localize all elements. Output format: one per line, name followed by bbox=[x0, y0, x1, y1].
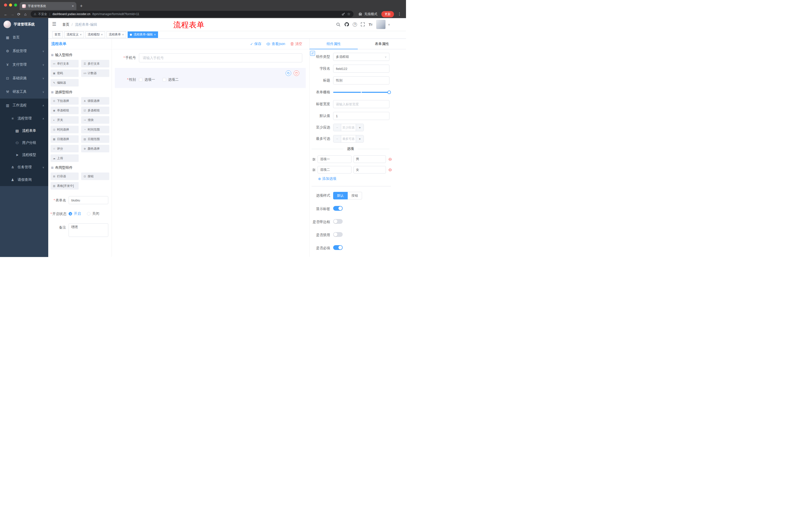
palette-item-rate[interactable]: ☆评分 bbox=[51, 145, 79, 153]
avatar-caret-icon[interactable]: ∨ bbox=[388, 23, 390, 26]
required-toggle[interactable] bbox=[333, 245, 343, 250]
view-json-button[interactable]: 查看json bbox=[266, 42, 285, 46]
checkbox-option-1[interactable]: 选项一 bbox=[139, 77, 155, 82]
sidebar-item-process-form[interactable]: ▤ 流程表单 bbox=[0, 125, 48, 137]
copy-field-button[interactable] bbox=[286, 71, 291, 76]
sidebar-item-task-mgmt[interactable]: ⋔ 任务管理 ∨ bbox=[0, 161, 48, 173]
link-icon[interactable] bbox=[310, 51, 315, 56]
add-option-button[interactable]: ⊕ 添加选项 bbox=[318, 177, 389, 181]
grid-slider[interactable] bbox=[333, 88, 389, 96]
sidebar-item-leave-query[interactable]: ♟ 请假查询 bbox=[0, 173, 48, 186]
palette-item-cascader[interactable]: ⋔级联选择 bbox=[81, 97, 109, 105]
component-type-select[interactable]: 多选框组 ∨ bbox=[333, 53, 389, 61]
search-icon[interactable] bbox=[336, 22, 341, 27]
phone-field-row[interactable]: *手机号 bbox=[115, 53, 302, 62]
palette-item-row-container[interactable]: ⊞行容器 bbox=[51, 172, 79, 180]
palette-item-table[interactable]: ▥表格[开发中] bbox=[51, 182, 79, 190]
checkbox-box[interactable] bbox=[139, 78, 142, 81]
palette-item-time-range[interactable]: ◔时间范围 bbox=[81, 126, 109, 133]
minimize-window-button[interactable] bbox=[9, 3, 12, 6]
maximize-window-button[interactable] bbox=[14, 3, 17, 6]
palette-item-upload[interactable]: ☁上传 bbox=[51, 154, 79, 162]
palette-item-time-picker[interactable]: ◷时间选择 bbox=[51, 126, 79, 133]
sidebar-item-process-mgmt[interactable]: ≡ 流程管理 ∧ bbox=[0, 112, 48, 125]
tab-close-icon[interactable]: × bbox=[72, 4, 74, 8]
palette-item-button[interactable]: ⊡按钮 bbox=[81, 172, 109, 180]
option-value-input[interactable] bbox=[353, 155, 386, 163]
palette-item-textarea[interactable]: ☰多行文本 bbox=[81, 60, 109, 67]
title-input[interactable] bbox=[333, 77, 389, 84]
browser-menu-icon[interactable]: ⋮ bbox=[398, 12, 402, 16]
checkbox-option-2[interactable]: 选项二 bbox=[163, 77, 179, 82]
tag-process-form-edit[interactable]: 流程表单-编辑 × bbox=[127, 31, 158, 38]
radio-closed[interactable]: 关闭 bbox=[87, 212, 99, 216]
clear-button[interactable]: 清空 bbox=[290, 42, 302, 46]
drag-handle-icon[interactable] bbox=[312, 157, 316, 161]
style-default-button[interactable]: 默认 bbox=[333, 192, 348, 199]
drag-handle-icon[interactable] bbox=[312, 168, 316, 172]
fullscreen-icon[interactable] bbox=[360, 22, 365, 27]
home-icon[interactable]: ⌂ bbox=[22, 12, 29, 16]
max-select-placeholder[interactable]: 最多可选 bbox=[341, 135, 356, 142]
plus-button[interactable]: + bbox=[356, 135, 364, 142]
tag-process-form[interactable]: 流程表单 × bbox=[107, 31, 126, 38]
remove-option-icon[interactable]: ⊖ bbox=[388, 157, 392, 161]
tag-close-icon[interactable]: × bbox=[122, 33, 124, 36]
key-icon[interactable] bbox=[342, 12, 345, 16]
save-button[interactable]: ✓ 保存 bbox=[250, 42, 262, 46]
radio-open[interactable]: 开启 bbox=[68, 212, 81, 216]
palette-item-color-picker[interactable]: ⊛颜色选择 bbox=[81, 145, 109, 153]
sidebar-item-payment-mgmt[interactable]: ¥ 支付管理 ∨ bbox=[0, 58, 48, 72]
palette-item-date-range[interactable]: ▤日期范围 bbox=[81, 135, 109, 143]
palette-item-select[interactable]: ⊙下拉选择 bbox=[51, 97, 79, 105]
option-label-input[interactable] bbox=[318, 155, 351, 163]
palette-item-counter[interactable]: 123计数器 bbox=[81, 70, 109, 77]
font-size-icon[interactable]: TT bbox=[369, 23, 372, 26]
phone-input[interactable] bbox=[139, 53, 302, 62]
address-bar[interactable]: ⚠ 不安全 | dashboard.yudao.iocoder.cn/bpm/m… bbox=[31, 11, 353, 17]
show-label-toggle[interactable] bbox=[333, 206, 343, 211]
sidebar-item-infrastructure[interactable]: ⊡ 基础设施 ∨ bbox=[0, 72, 48, 85]
palette-item-switch[interactable]: ◐开关 bbox=[51, 116, 79, 124]
palette-item-radio-group[interactable]: ◉单选框组 bbox=[51, 107, 79, 114]
sidebar-item-system-mgmt[interactable]: ⚙ 系统管理 ∨ bbox=[0, 44, 48, 58]
close-window-button[interactable] bbox=[4, 3, 7, 6]
delete-field-button[interactable] bbox=[294, 71, 299, 76]
disabled-toggle[interactable] bbox=[333, 232, 343, 237]
option-value-input[interactable] bbox=[353, 166, 386, 173]
palette-item-editor[interactable]: ✎编辑器 bbox=[51, 79, 79, 86]
min-select-placeholder[interactable]: 至少应选 bbox=[341, 124, 356, 131]
checkbox-box[interactable] bbox=[163, 78, 166, 81]
sidebar-item-user-group[interactable]: ⚇ 用户分组 bbox=[0, 137, 48, 149]
sidebar-toggle-icon[interactable]: ☰ bbox=[52, 22, 56, 26]
form-name-input[interactable] bbox=[68, 196, 108, 204]
palette-item-date-picker[interactable]: ▦日期选择 bbox=[51, 135, 79, 143]
slider-handle[interactable] bbox=[387, 90, 391, 94]
new-tab-button[interactable]: + bbox=[80, 3, 83, 8]
style-button-button[interactable]: 按钮 bbox=[348, 192, 362, 199]
border-toggle[interactable] bbox=[333, 219, 343, 224]
tag-close-icon[interactable]: × bbox=[80, 33, 82, 36]
bookmark-star-icon[interactable]: ☆ bbox=[347, 12, 350, 16]
app-logo[interactable]: 芋道管理系统 bbox=[0, 18, 48, 31]
tag-home[interactable]: 首页 bbox=[52, 31, 63, 38]
palette-item-checkbox-group[interactable]: ☑多选框组 bbox=[81, 107, 109, 114]
palette-item-password[interactable]: ▣密码 bbox=[51, 70, 79, 77]
tag-close-icon[interactable]: × bbox=[154, 33, 156, 36]
help-icon[interactable]: ? bbox=[353, 22, 357, 27]
gender-field-selected[interactable]: *性别 选项一 选项二 bbox=[115, 68, 306, 88]
remove-option-icon[interactable]: ⊖ bbox=[388, 168, 392, 172]
update-button[interactable]: 更新 bbox=[381, 11, 394, 17]
palette-item-single-text[interactable]: ▭单行文本 bbox=[51, 60, 79, 67]
sidebar-item-workflow[interactable]: ▥ 工作流程 ∧ bbox=[0, 99, 48, 112]
minus-button[interactable]: − bbox=[334, 135, 341, 142]
tag-process-definition[interactable]: 流程定义 × bbox=[64, 31, 84, 38]
breadcrumb-home[interactable]: 首页 bbox=[62, 22, 69, 27]
forward-icon[interactable]: → bbox=[9, 12, 16, 16]
tag-process-model[interactable]: 流程模型 × bbox=[85, 31, 105, 38]
label-width-input[interactable] bbox=[333, 100, 389, 108]
avatar[interactable] bbox=[376, 20, 386, 29]
security-label[interactable]: 不安全 bbox=[38, 12, 47, 16]
sidebar-item-dev-tools[interactable]: ⚒ 研发工具 ∨ bbox=[0, 85, 48, 99]
tag-close-icon[interactable]: × bbox=[101, 33, 103, 36]
